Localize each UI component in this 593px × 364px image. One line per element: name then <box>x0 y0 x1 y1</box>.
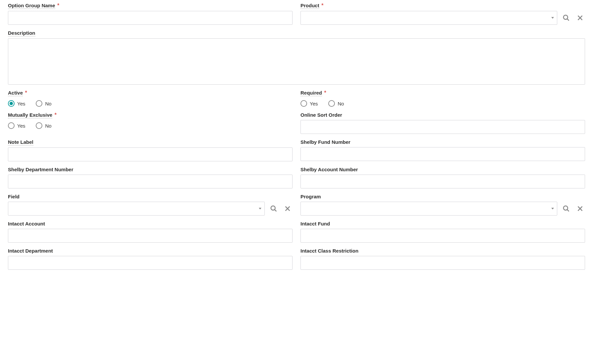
online-sort-order-field: Online Sort Order <box>300 112 585 134</box>
mutually-exclusive-field: Mutually Exclusive * Yes No <box>8 112 293 134</box>
intacct-class-restriction-input[interactable] <box>300 256 585 270</box>
product-label: Product <box>300 3 319 9</box>
note-label-input[interactable] <box>8 147 293 161</box>
program-field: Program <box>300 194 585 216</box>
program-clear-button[interactable] <box>575 204 585 214</box>
product-dropdown-wrap <box>300 11 557 25</box>
field-clear-button[interactable] <box>283 204 293 214</box>
option-group-name-field: Option Group Name * <box>8 3 293 25</box>
radio-icon <box>36 122 42 129</box>
required-asterisk: * <box>324 90 326 96</box>
intacct-fund-label: Intacct Fund <box>300 221 330 227</box>
program-search-button[interactable] <box>561 204 571 214</box>
shelby-fund-number-label: Shelby Fund Number <box>300 139 350 145</box>
svg-line-5 <box>275 210 277 212</box>
product-search-button[interactable] <box>561 13 571 23</box>
svg-line-1 <box>567 19 569 21</box>
required-radio-group: Yes No <box>300 100 585 107</box>
svg-line-9 <box>567 210 569 212</box>
product-clear-button[interactable] <box>575 13 585 23</box>
radio-icon <box>8 100 15 107</box>
svg-point-4 <box>271 206 275 210</box>
search-icon <box>563 205 570 212</box>
required-asterisk: * <box>55 112 57 118</box>
description-label: Description <box>8 30 35 36</box>
online-sort-order-label: Online Sort Order <box>300 112 342 118</box>
note-label-label: Note Label <box>8 139 33 145</box>
required-yes-label: Yes <box>310 101 318 106</box>
required-asterisk: * <box>25 90 27 96</box>
required-yes-option[interactable]: Yes <box>300 100 318 107</box>
svg-point-0 <box>564 15 568 20</box>
program-dropdown-wrap <box>300 202 557 216</box>
mutually-exclusive-no-label: No <box>45 123 51 129</box>
close-icon <box>576 14 584 21</box>
active-radio-group: Yes No <box>8 100 293 107</box>
active-yes-label: Yes <box>17 101 25 106</box>
program-label: Program <box>300 194 321 200</box>
field-dropdown-wrap <box>8 202 265 216</box>
intacct-account-label: Intacct Account <box>8 221 45 227</box>
shelby-account-number-input[interactable] <box>300 175 585 188</box>
search-icon <box>270 205 277 212</box>
required-asterisk: * <box>321 3 323 8</box>
description-field: Description <box>8 30 585 85</box>
option-group-name-label: Option Group Name <box>8 3 55 9</box>
active-no-option[interactable]: No <box>36 100 51 107</box>
mutually-exclusive-yes-option[interactable]: Yes <box>8 122 25 129</box>
shelby-fund-number-field: Shelby Fund Number <box>300 139 585 161</box>
intacct-class-restriction-field: Intacct Class Restriction <box>300 248 585 270</box>
intacct-account-input[interactable] <box>8 229 293 243</box>
note-label-field: Note Label <box>8 139 293 161</box>
close-icon <box>576 205 584 212</box>
program-input[interactable] <box>300 202 557 216</box>
product-lookup <box>300 11 585 25</box>
shelby-department-number-field: Shelby Department Number <box>8 167 293 188</box>
active-no-label: No <box>45 101 51 106</box>
radio-icon <box>300 100 307 107</box>
shelby-account-number-field: Shelby Account Number <box>300 167 585 188</box>
shelby-fund-number-input[interactable] <box>300 147 585 161</box>
option-group-name-input[interactable] <box>8 11 293 25</box>
radio-icon <box>8 122 15 129</box>
description-input[interactable] <box>8 38 585 85</box>
mutually-exclusive-label: Mutually Exclusive <box>8 112 52 118</box>
intacct-fund-field: Intacct Fund <box>300 221 585 243</box>
active-field: Active * Yes No <box>8 90 293 107</box>
shelby-account-number-label: Shelby Account Number <box>300 167 358 173</box>
active-label: Active <box>8 90 23 96</box>
field-field: Field <box>8 194 293 216</box>
intacct-fund-input[interactable] <box>300 229 585 243</box>
radio-icon <box>328 100 335 107</box>
intacct-class-restriction-label: Intacct Class Restriction <box>300 248 358 254</box>
field-input[interactable] <box>8 202 265 216</box>
program-lookup <box>300 202 585 216</box>
svg-point-8 <box>564 206 568 210</box>
field-lookup <box>8 202 293 216</box>
product-input[interactable] <box>300 11 557 25</box>
shelby-department-number-input[interactable] <box>8 175 293 188</box>
field-search-button[interactable] <box>269 204 279 214</box>
intacct-department-field: Intacct Department <box>8 248 293 270</box>
search-icon <box>563 14 570 21</box>
shelby-department-number-label: Shelby Department Number <box>8 167 73 173</box>
field-label: Field <box>8 194 20 200</box>
required-no-option[interactable]: No <box>328 100 344 107</box>
mutually-exclusive-yes-label: Yes <box>17 123 25 129</box>
form-grid: Option Group Name * Product * <box>8 3 585 270</box>
required-asterisk: * <box>57 3 59 8</box>
intacct-department-input[interactable] <box>8 256 293 270</box>
intacct-account-field: Intacct Account <box>8 221 293 243</box>
required-no-label: No <box>338 101 344 106</box>
close-icon <box>284 205 291 212</box>
online-sort-order-input[interactable] <box>300 120 585 134</box>
mutually-exclusive-radio-group: Yes No <box>8 122 293 129</box>
radio-icon <box>36 100 42 107</box>
required-label: Required <box>300 90 322 96</box>
product-field: Product * <box>300 3 585 25</box>
intacct-department-label: Intacct Department <box>8 248 53 254</box>
active-yes-option[interactable]: Yes <box>8 100 25 107</box>
mutually-exclusive-no-option[interactable]: No <box>36 122 51 129</box>
required-field: Required * Yes No <box>300 90 585 107</box>
